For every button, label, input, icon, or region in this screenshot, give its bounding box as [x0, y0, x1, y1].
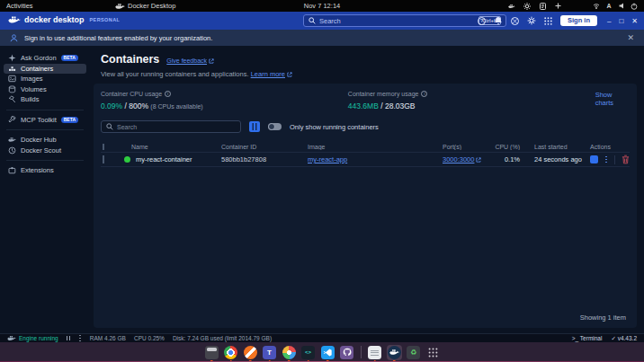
dock-trash-icon[interactable]	[406, 345, 421, 360]
notifications-bell-icon[interactable]	[494, 16, 503, 25]
engine-status[interactable]: Engine running	[7, 335, 58, 341]
port-link[interactable]: 3000:3000	[443, 155, 474, 163]
plan-badge: PERSONAL	[90, 17, 121, 22]
dock-app-grid-icon[interactable]	[425, 345, 441, 360]
dock-dev-terminal-icon[interactable]	[300, 345, 316, 360]
terminal-button[interactable]: >_ Terminal	[572, 335, 603, 341]
close-button[interactable]: ✕	[631, 17, 638, 25]
product-name: docker desktop	[24, 15, 85, 24]
row-checkbox[interactable]	[103, 155, 104, 163]
page-subtitle: View all your running containers and app…	[101, 70, 635, 78]
container-name[interactable]: my-react-container	[136, 155, 192, 163]
container-id: 580bb1b27808	[210, 155, 297, 163]
scout-compass-icon	[8, 146, 16, 155]
memory-usage-metric: Container memory usagei 443.6MB / 28.03G…	[348, 91, 595, 110]
row-more-actions-icon[interactable]	[604, 155, 608, 164]
dock-docker-desktop-icon[interactable]	[387, 345, 402, 360]
help-icon[interactable]: ?	[478, 17, 486, 25]
docker-whale-logo-icon	[8, 15, 21, 24]
wrench-icon	[8, 116, 16, 124]
search-icon	[309, 17, 316, 24]
sidebar-nav: Ask Gordon BETA Containers Images Volume…	[0, 46, 90, 333]
sidebar-item-builds[interactable]: Builds	[4, 94, 86, 105]
image-link[interactable]: my-react-app	[308, 155, 347, 163]
settings-gear-icon[interactable]	[527, 16, 536, 25]
sidebar-item-label: Containers	[21, 65, 53, 73]
sidebar-item-mcp-toolkit[interactable]: MCP Toolkit BETA	[4, 115, 86, 126]
header-container-id[interactable]: Container ID	[210, 144, 297, 150]
activities-button[interactable]: Activities	[6, 2, 33, 10]
containers-search[interactable]	[101, 120, 241, 133]
sidebar-item-ask-gordon[interactable]: Ask Gordon BETA	[4, 53, 86, 64]
images-icon	[8, 75, 16, 83]
page-title: Containers	[101, 53, 159, 66]
memory-usage-total: / 28.03GB	[380, 102, 415, 110]
dock-vscode-icon[interactable]	[320, 345, 335, 360]
showing-count: Showing 1 item	[580, 313, 626, 322]
sidebar-item-docker-hub[interactable]: Docker Hub	[4, 135, 86, 146]
dock-github-icon[interactable]	[339, 345, 354, 360]
info-icon[interactable]: i	[165, 91, 171, 97]
memory-usage-value: 443.6MB	[348, 102, 379, 110]
sidebar-item-images[interactable]: Images	[4, 74, 86, 84]
clock[interactable]: Nov 7 12:14	[304, 2, 340, 10]
running-only-toggle[interactable]	[268, 123, 282, 130]
cpu-usage-label: Container CPU usage	[101, 91, 162, 97]
engine-more-icon[interactable]	[78, 334, 82, 343]
global-search[interactable]: Ctrl+K	[303, 14, 506, 27]
sidebar-item-label: Extensions	[21, 166, 54, 174]
actions-divider	[614, 155, 615, 164]
tray-docker-whale-icon[interactable]	[508, 3, 515, 10]
header-name[interactable]: Name	[121, 144, 210, 150]
troubleshoot-icon[interactable]	[511, 17, 519, 25]
info-icon[interactable]: i	[421, 91, 427, 97]
dock-teams-icon[interactable]	[262, 345, 277, 360]
learn-more-link[interactable]: Learn more	[251, 70, 292, 78]
focused-app-indicator[interactable]: Docker Desktop	[115, 2, 175, 10]
pause-engine-icon[interactable]	[67, 336, 71, 340]
sidebar-item-extensions[interactable]: Extensions	[4, 165, 86, 176]
containers-panel: Container CPU usagei 0.09% / 800% (8 CPU…	[94, 84, 637, 328]
banner-close-icon[interactable]: ✕	[627, 33, 634, 42]
header-image[interactable]: Image	[297, 144, 432, 150]
docker-titlebar: docker desktop PERSONAL Ctrl+K ? Sign in…	[0, 12, 644, 30]
delete-trash-icon[interactable]	[622, 155, 630, 164]
header-last-started[interactable]: Last started	[523, 144, 586, 150]
tray-clipboard-icon[interactable]	[539, 3, 546, 10]
power-icon	[631, 3, 638, 10]
dock-app-launcher-icon[interactable]	[282, 345, 297, 360]
tray-plus-icon[interactable]	[554, 3, 561, 10]
header-ports[interactable]: Port(s)	[432, 144, 484, 150]
system-status-area[interactable]: A	[593, 3, 638, 10]
dock-notes-icon[interactable]	[367, 345, 382, 360]
sign-in-button[interactable]: Sign in	[560, 15, 597, 27]
show-charts-link[interactable]: Show charts	[595, 91, 630, 107]
external-link-icon	[209, 58, 214, 64]
columns-view-icon[interactable]	[249, 121, 260, 132]
header-cpu[interactable]: CPU (%)	[484, 144, 523, 150]
docker-logo: docker desktop PERSONAL	[8, 15, 120, 24]
memory-usage-label: Container memory usage	[348, 91, 419, 97]
table-row[interactable]: my-react-container 580bb1b27808 my-react…	[101, 153, 630, 167]
ubuntu-dock	[0, 342, 644, 362]
sidebar-item-volumes[interactable]: Volumes	[4, 84, 86, 95]
dock-chrome-icon[interactable]	[223, 345, 238, 360]
give-feedback-link[interactable]: Give feedback	[166, 57, 214, 64]
sidebar-item-containers[interactable]: Containers	[4, 64, 86, 75]
tray-gear-icon[interactable]	[523, 3, 531, 10]
minimize-button[interactable]: –	[607, 17, 611, 25]
version-label: ✓ v4.43.2	[611, 335, 637, 342]
apps-grid-icon[interactable]	[544, 17, 552, 25]
dock-screen-annotation-icon[interactable]	[243, 345, 258, 360]
sidebar-item-docker-scout[interactable]: Docker Scout	[4, 146, 86, 156]
sparkle-icon	[8, 54, 16, 62]
global-search-input[interactable]	[319, 17, 475, 25]
table-header-row: Name Container ID Image Port(s) CPU (%) …	[101, 141, 630, 153]
stop-container-button[interactable]	[590, 155, 598, 163]
select-all-checkbox[interactable]	[103, 144, 104, 150]
containers-search-input[interactable]	[117, 124, 236, 130]
org-signin-banner: Sign in to use additional features enabl…	[0, 30, 644, 46]
maximize-button[interactable]: □	[619, 17, 623, 25]
sidebar-divider	[6, 160, 84, 161]
dock-files-icon[interactable]	[204, 345, 219, 360]
